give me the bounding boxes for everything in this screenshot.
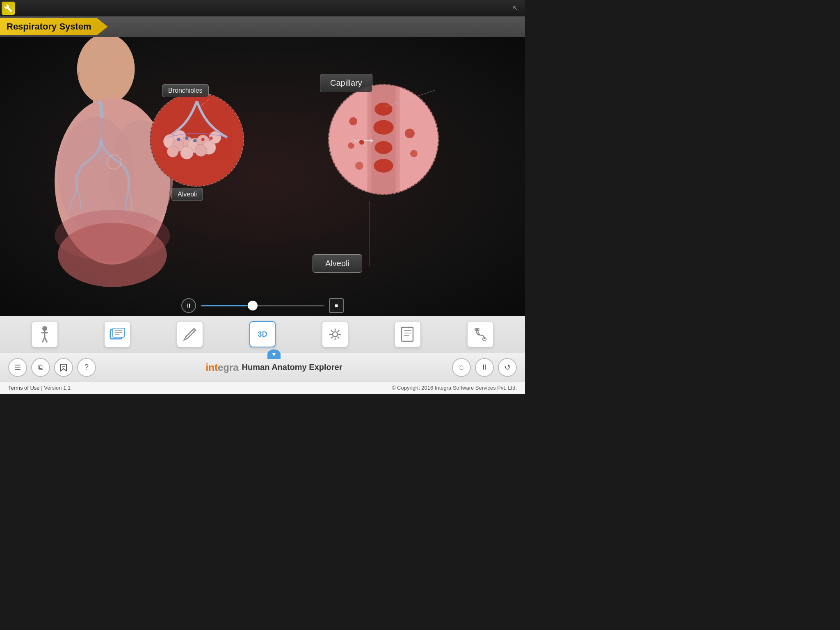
nav-pause-button[interactable]: ⏸ [475, 358, 494, 377]
svg-point-18 [167, 146, 178, 158]
svg-line-58 [338, 337, 339, 338]
svg-point-36 [355, 162, 363, 170]
svg-point-28 [374, 103, 392, 116]
slides-icon [110, 327, 125, 341]
3d-label: 3D [258, 330, 267, 339]
svg-point-45 [42, 326, 47, 331]
logo-egra: egra [218, 362, 239, 373]
bronchioles-magnified [150, 92, 244, 187]
capillary-label: Capillary [320, 74, 372, 92]
footer: Terms of Use | Version 1.1 © Copyright 2… [0, 381, 525, 394]
alveoli-label-mid: Alveoli [171, 188, 203, 201]
menu-button[interactable]: ☰ [8, 358, 27, 377]
body-illustration [0, 37, 289, 316]
stop-button[interactable]: ■ [329, 298, 344, 313]
svg-line-60 [331, 337, 333, 338]
notes-icon-card[interactable] [395, 321, 421, 347]
settings-icon-card[interactable] [322, 321, 348, 347]
icon-row: 3D [0, 316, 525, 353]
svg-point-21 [185, 137, 189, 140]
draw-tab[interactable] [173, 321, 206, 347]
logo-area: ▼ integra Human Anatomy Explorer [206, 362, 342, 373]
nav-left: ☰ ⧉ ? [8, 358, 96, 377]
anatomy-svg [0, 37, 289, 316]
alveoli-label-bottom: Alveoli [313, 254, 362, 273]
svg-point-20 [177, 138, 180, 141]
nav-right: ⌂ ⏸ ↺ [452, 358, 517, 377]
body-figure-icon [38, 326, 51, 342]
logo-int: int [206, 362, 218, 373]
title-bar: Respiratory System [0, 16, 525, 37]
bronchioles-label: Bronchioles [162, 84, 209, 97]
svg-point-41 [359, 140, 364, 145]
svg-point-32 [349, 117, 357, 126]
3d-tab[interactable]: 3D [246, 321, 279, 347]
copyright-label: © Copyright 2016 Integra Software Servic… [392, 385, 517, 391]
svg-line-57 [331, 330, 333, 332]
3d-icon-card[interactable]: 3D [249, 321, 276, 347]
home-button[interactable]: ⌂ [452, 358, 471, 377]
slides-icon-card[interactable] [104, 321, 130, 347]
svg-line-51 [192, 330, 194, 332]
svg-point-33 [405, 128, 415, 138]
progress-thumb[interactable] [248, 301, 258, 310]
svg-point-23 [209, 137, 212, 140]
bookmark-button[interactable] [54, 358, 73, 377]
stethoscope-icon [473, 327, 488, 342]
stethoscope-icon-card[interactable] [467, 321, 493, 347]
terms-link[interactable]: Terms of Use [8, 385, 40, 391]
body-tab[interactable] [28, 321, 61, 347]
dropdown-button[interactable]: ▼ [267, 349, 281, 359]
svg-point-52 [333, 332, 338, 337]
footer-left: Terms of Use | Version 1.1 [8, 385, 71, 391]
wrench-icon [4, 4, 12, 12]
settings-tab[interactable] [319, 321, 352, 347]
progress-fill [201, 305, 250, 306]
bookmark-icon [60, 363, 67, 372]
svg-rect-27 [371, 85, 395, 194]
svg-point-31 [374, 159, 393, 172]
svg-point-6 [58, 223, 167, 287]
refresh-button[interactable]: ↺ [498, 358, 517, 377]
svg-point-17 [180, 146, 193, 159]
cursor-icon: ↖ [512, 4, 518, 13]
slides-tab[interactable] [101, 321, 134, 347]
svg-point-30 [374, 141, 392, 154]
svg-line-59 [338, 330, 339, 332]
svg-point-29 [373, 120, 393, 135]
section-title: Respiratory System [0, 18, 108, 35]
pause-button[interactable]: ⏸ [181, 298, 196, 313]
svg-text:O: O [351, 138, 356, 145]
svg-point-35 [410, 150, 418, 158]
version-label: Version 1.1 [44, 385, 71, 391]
body-icon-card[interactable] [32, 321, 58, 347]
copy-button[interactable]: ⧉ [31, 358, 50, 377]
settings-button[interactable] [2, 2, 15, 15]
app-title: Human Anatomy Explorer [242, 363, 342, 372]
main-canvas: O 2 Bronchioles Alveoli Capillary Alveol… [0, 37, 525, 316]
nav-bar: ☰ ⧉ ? ▼ integra Human Anatomy Explorer ⌂… [0, 353, 525, 381]
capillary-magnified: O 2 [328, 84, 439, 195]
svg-point-16 [195, 144, 207, 156]
notes-tab[interactable] [391, 321, 424, 347]
logo-integra: integra [206, 362, 239, 373]
progress-track[interactable] [201, 305, 324, 306]
svg-rect-61 [402, 327, 413, 341]
top-bar: ↖ [0, 0, 525, 16]
notes-icon [401, 326, 415, 342]
draw-icon [183, 327, 197, 342]
svg-point-24 [193, 139, 196, 142]
draw-icon-card[interactable] [177, 321, 203, 347]
svg-text:2: 2 [357, 138, 359, 143]
svg-point-22 [201, 138, 205, 141]
gear-icon [328, 327, 342, 342]
help-button[interactable]: ? [77, 358, 96, 377]
playback-bar: ⏸ ■ [0, 295, 525, 316]
stethoscope-tab[interactable] [464, 321, 497, 347]
